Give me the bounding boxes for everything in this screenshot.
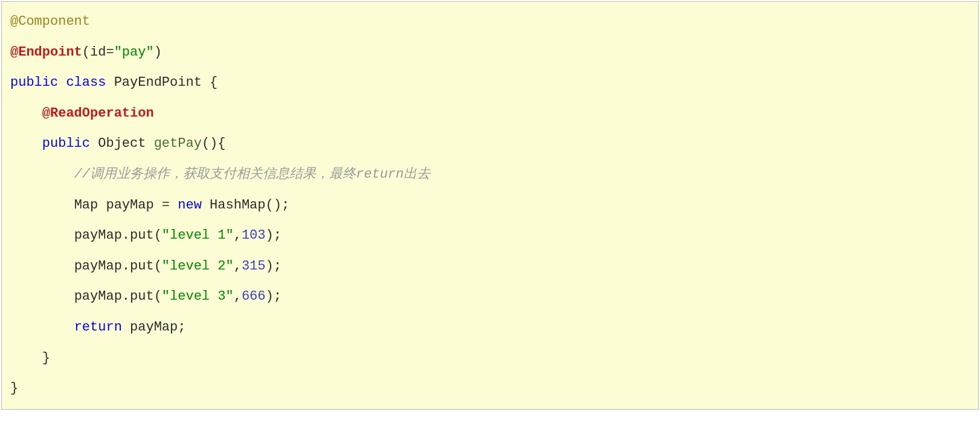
indent (10, 167, 74, 182)
text: payMap.put( (74, 228, 162, 243)
string-literal: "level 1" (162, 228, 234, 243)
text: , (234, 259, 242, 274)
text: ); (266, 289, 282, 304)
keyword-class: class (66, 75, 106, 90)
text: payMap.put( (74, 289, 162, 304)
keyword-public: public (42, 136, 90, 151)
comment: //调用业务操作，获取支付相关信息结果，最终return出去 (74, 167, 431, 182)
text: HashMap(); (202, 198, 289, 213)
string-literal: "level 3" (162, 289, 234, 304)
text: Map payMap = (74, 198, 178, 213)
indent (10, 350, 42, 366)
string-literal: "level 2" (162, 259, 234, 274)
string-literal: "pay" (114, 45, 154, 60)
code-block: @Component @Endpoint(id="pay") public cl… (1, 1, 979, 410)
indent (10, 320, 74, 335)
indent (10, 228, 74, 243)
text: (){ (202, 136, 226, 151)
number-literal: 315 (242, 259, 266, 274)
number-literal: 103 (242, 228, 266, 243)
text: payMap; (122, 320, 186, 335)
number-literal: 666 (242, 289, 266, 304)
keyword-public: public (10, 75, 58, 90)
text: payMap.put( (74, 259, 162, 274)
class-name: PayEndPoint { (106, 75, 218, 90)
indent (10, 259, 74, 274)
brace: } (10, 381, 18, 396)
indent (10, 198, 74, 213)
brace: } (42, 350, 50, 366)
annotation-readoperation: @ReadOperation (42, 106, 154, 121)
text: (id= (82, 45, 114, 60)
indent (10, 106, 42, 121)
annotation-endpoint: @Endpoint (10, 45, 82, 60)
return-type: Object (90, 136, 154, 151)
text: , (234, 289, 242, 304)
text: ); (266, 228, 282, 243)
indent (10, 289, 74, 304)
text: ) (154, 45, 162, 60)
annotation-component: @Component (10, 14, 90, 29)
text: ); (266, 259, 282, 274)
method-name: getPay (154, 136, 202, 151)
text: , (234, 228, 242, 243)
indent (10, 136, 42, 151)
keyword-new: new (178, 198, 202, 213)
keyword-return: return (74, 320, 122, 335)
